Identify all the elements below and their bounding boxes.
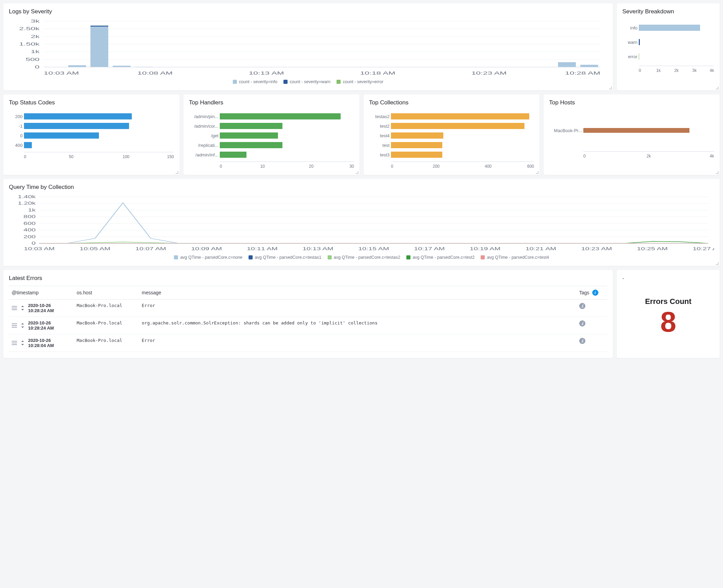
- resize-handle-icon[interactable]: [175, 171, 179, 174]
- panel-title: Top Hosts: [549, 99, 714, 106]
- svg-text:10:07 AM: 10:07 AM: [135, 246, 166, 251]
- bar-row[interactable]: info: [622, 21, 714, 35]
- menu-icon[interactable]: [12, 341, 17, 345]
- legend-item[interactable]: avg QTime - parsedCore.c=test2: [406, 255, 474, 260]
- cell-host: MacBook-Pro.local: [74, 299, 139, 317]
- table-row[interactable]: 2020-10-2610:28:04 AM MacBook-Pro.local …: [9, 334, 607, 352]
- info-icon[interactable]: i: [579, 320, 585, 327]
- bar-row[interactable]: 200: [9, 112, 174, 121]
- resize-handle-icon[interactable]: [715, 86, 719, 90]
- legend-logs-by-severity: count - severity=infocount - severity=wa…: [9, 79, 607, 84]
- svg-text:0: 0: [31, 241, 36, 246]
- svg-text:1.40k: 1.40k: [18, 195, 36, 199]
- bar-row[interactable]: /admin/cor...: [189, 121, 354, 131]
- sort-icon[interactable]: [21, 323, 25, 328]
- svg-text:10:03 AM: 10:03 AM: [24, 246, 55, 251]
- svg-rect-20: [558, 62, 576, 67]
- chart-logs-by-severity[interactable]: 05001k1.50k2k2.50k3k10:03 AM10:08 AM10:1…: [9, 19, 607, 77]
- legend-item[interactable]: count - severity=info: [233, 79, 277, 84]
- sort-icon[interactable]: [21, 305, 25, 311]
- svg-rect-21: [580, 65, 598, 67]
- panel-latest-errors: Latest Errors @timestamp os.host message…: [3, 270, 613, 358]
- svg-text:10:08 AM: 10:08 AM: [137, 71, 173, 75]
- svg-text:200: 200: [24, 234, 36, 239]
- bar-row[interactable]: error: [622, 49, 714, 64]
- svg-text:10:17 AM: 10:17 AM: [414, 246, 445, 251]
- info-icon[interactable]: i: [579, 338, 585, 344]
- resize-handle-icon[interactable]: [715, 262, 719, 265]
- panel-title: Top Handlers: [189, 99, 354, 106]
- svg-text:1k: 1k: [31, 50, 40, 54]
- panel-logs-by-severity: Logs by Severity 05001k1.50k2k2.50k3k10:…: [3, 3, 613, 90]
- col-host[interactable]: os.host: [74, 286, 139, 299]
- svg-text:400: 400: [24, 228, 36, 232]
- cell-tags: i: [576, 299, 607, 317]
- svg-text:1.50k: 1.50k: [19, 42, 40, 46]
- info-icon[interactable]: i: [579, 303, 585, 309]
- chart-top-hosts[interactable]: MacBook-Pr... 02k4k: [549, 110, 714, 158]
- legend-item[interactable]: count - severity=warn: [283, 79, 330, 84]
- panel-title: Latest Errors: [9, 275, 607, 282]
- bar-row[interactable]: /admin/inf...: [189, 150, 354, 159]
- bar-row[interactable]: test3: [369, 150, 534, 159]
- bar-row[interactable]: testas2: [369, 112, 534, 121]
- errors-count-value: 8: [622, 306, 714, 337]
- errors-count-label: Errors Count: [622, 297, 714, 306]
- bar-row[interactable]: /replicati...: [189, 140, 354, 150]
- col-timestamp[interactable]: @timestamp: [9, 286, 74, 299]
- col-message[interactable]: message: [139, 286, 576, 299]
- legend-item[interactable]: count - severity=error: [337, 79, 383, 84]
- svg-text:10:25 AM: 10:25 AM: [637, 246, 668, 251]
- chart-top-handlers[interactable]: /admin/pin... /admin/cor... /get /replic…: [189, 110, 354, 169]
- svg-text:10:23 AM: 10:23 AM: [471, 71, 507, 75]
- chart-top-collections[interactable]: testas2 test2 test4 test test3 020040060…: [369, 110, 534, 169]
- cell-message: Error: [139, 299, 576, 317]
- svg-text:1k: 1k: [28, 208, 36, 213]
- panel-top-status-codes: Top Status Codes 200 -1 0 400 050100150: [3, 94, 179, 175]
- legend-item[interactable]: avg QTime - parsedCore.c=none: [174, 255, 242, 260]
- svg-text:10:11 AM: 10:11 AM: [247, 246, 278, 251]
- svg-rect-15: [90, 27, 108, 67]
- menu-icon[interactable]: [12, 306, 17, 310]
- legend-item[interactable]: avg QTime - parsedCore.c=testas2: [328, 255, 400, 260]
- cell-tags: i: [576, 334, 607, 352]
- panel-errors-count: . Errors Count 8: [617, 270, 720, 358]
- svg-text:1.20k: 1.20k: [18, 201, 36, 206]
- table-row[interactable]: 2020-10-2610:28:24 AM MacBook-Pro.local …: [9, 299, 607, 317]
- bar-row[interactable]: warn: [622, 35, 714, 49]
- panel-query-time: Query Time by Collection 02004006008001k…: [3, 179, 720, 266]
- bar-row[interactable]: -1: [9, 121, 174, 131]
- svg-text:10:09 AM: 10:09 AM: [191, 246, 222, 251]
- bar-row[interactable]: MacBook-Pr...: [549, 112, 714, 149]
- bar-row[interactable]: 0: [9, 131, 174, 140]
- panel-top-hosts: Top Hosts MacBook-Pr... 02k4k: [544, 94, 720, 175]
- svg-rect-18: [113, 66, 130, 67]
- table-row[interactable]: 2020-10-2610:28:24 AM MacBook-Pro.local …: [9, 317, 607, 334]
- legend-item[interactable]: avg QTime - parsedCore.c=test4: [481, 255, 549, 260]
- bar-row[interactable]: test: [369, 140, 534, 150]
- bar-row[interactable]: test2: [369, 121, 534, 131]
- resize-handle-icon[interactable]: [535, 171, 539, 174]
- info-icon[interactable]: i: [592, 290, 598, 296]
- col-tags-label: Tags: [579, 290, 589, 295]
- chart-top-status-codes[interactable]: 200 -1 0 400 050100150: [9, 110, 174, 159]
- resize-handle-icon[interactable]: [715, 171, 719, 174]
- resize-handle-icon[interactable]: [609, 86, 612, 90]
- cell-tags: i: [576, 317, 607, 334]
- legend-item[interactable]: avg QTime - parsedCore.c=testas1: [249, 255, 321, 260]
- chart-severity-breakdown[interactable]: info warn error 01k2k3k4k: [622, 19, 714, 73]
- cell-message: org.apache.solr.common.SolrException: sh…: [139, 317, 576, 334]
- panel-title: Severity Breakdown: [622, 8, 714, 15]
- bar-row[interactable]: /admin/pin...: [189, 112, 354, 121]
- chart-query-time[interactable]: 02004006008001k1.20k1.40k10:03 AM10:05 A…: [9, 195, 714, 253]
- menu-icon[interactable]: [12, 323, 17, 328]
- sort-icon[interactable]: [21, 340, 25, 346]
- bar-row[interactable]: test4: [369, 131, 534, 140]
- panel-title: Logs by Severity: [9, 8, 607, 15]
- bar-row[interactable]: 400: [9, 140, 174, 150]
- bar-row[interactable]: /get: [189, 131, 354, 140]
- svg-text:10:13 AM: 10:13 AM: [303, 246, 333, 251]
- col-tags[interactable]: Tags i: [576, 286, 607, 299]
- svg-text:800: 800: [24, 214, 36, 219]
- resize-handle-icon[interactable]: [355, 171, 359, 174]
